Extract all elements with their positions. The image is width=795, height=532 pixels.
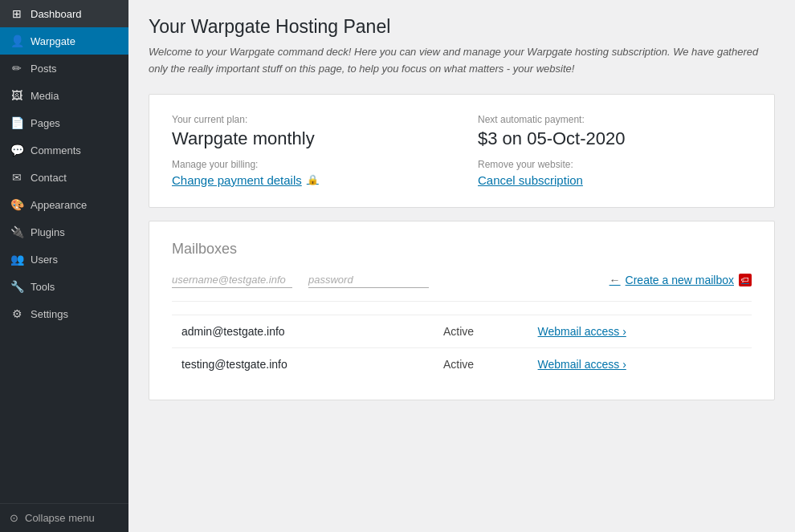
sidebar-item-label: Contact: [31, 172, 67, 184]
sidebar-item-media[interactable]: 🖼 Media: [0, 82, 128, 109]
next-payment-value: $3 on 05-Oct-2020: [478, 128, 752, 149]
sidebar: ⊞ Dashboard 👤 Warpgate ✏ Posts 🖼 Media 📄…: [0, 0, 128, 532]
page-title: Your Warpgate Hosting Panel: [149, 16, 775, 38]
lock-icon: 🔒: [307, 174, 319, 185]
sidebar-item-label: Comments: [31, 144, 81, 156]
sidebar-item-tools[interactable]: 🔧 Tools: [0, 273, 128, 300]
dashboard-icon: ⊞: [10, 6, 24, 21]
pages-icon: 📄: [10, 116, 24, 130]
mailbox-form-row: ← Create a new mailbox 🏷: [172, 272, 752, 302]
webmail-access-link[interactable]: Webmail access ›: [538, 358, 626, 371]
active-arrow: [114, 36, 119, 46]
sidebar-item-appearance[interactable]: 🎨 Appearance: [0, 191, 128, 218]
contact-icon: ✉: [10, 170, 24, 185]
sidebar-item-label: Users: [31, 254, 58, 266]
mailbox-status: Active: [437, 315, 532, 347]
change-payment-link[interactable]: Change payment details 🔒: [172, 173, 319, 187]
table-row: admin@testgate.info Active Webmail acces…: [172, 315, 752, 347]
sidebar-item-plugins[interactable]: 🔌 Plugins: [0, 218, 128, 246]
main-content: Your Warpgate Hosting Panel Welcome to y…: [128, 0, 795, 532]
sidebar-item-label: Dashboard: [31, 8, 82, 20]
current-plan-section: Your current plan: Warpgate monthly Mana…: [172, 114, 446, 188]
sidebar-item-users[interactable]: 👥 Users: [0, 246, 128, 273]
remove-website-label: Remove your website:: [478, 159, 752, 170]
collapse-label: Collapse menu: [25, 512, 95, 524]
current-plan-value: Warpgate monthly: [172, 128, 446, 149]
sidebar-item-label: Settings: [31, 308, 68, 320]
sidebar-item-label: Media: [31, 90, 59, 102]
tools-icon: 🔧: [10, 279, 24, 294]
sidebar-item-label: Warpgate: [31, 35, 75, 47]
page-subtitle: Welcome to your Warpgate command deck! H…: [149, 44, 775, 78]
collapse-icon: ⊙: [10, 512, 18, 524]
sidebar-item-label: Pages: [31, 117, 60, 129]
mailbox-status: Active: [437, 347, 532, 380]
create-mailbox-link[interactable]: ← Create a new mailbox 🏷: [610, 274, 752, 286]
sidebar-item-settings[interactable]: ⚙ Settings: [0, 300, 128, 327]
billing-card: Your current plan: Warpgate monthly Mana…: [149, 94, 775, 208]
sidebar-item-label: Posts: [31, 63, 57, 75]
sidebar-item-label: Tools: [31, 281, 55, 293]
sidebar-item-dashboard[interactable]: ⊞ Dashboard: [0, 0, 128, 27]
mailbox-table: admin@testgate.info Active Webmail acces…: [172, 315, 752, 380]
password-input[interactable]: [308, 272, 429, 288]
webmail-access-link[interactable]: Webmail access ›: [538, 325, 626, 338]
sidebar-bottom: ⊙ Collapse menu: [0, 503, 128, 532]
comments-icon: 💬: [10, 143, 24, 157]
users-icon: 👥: [10, 252, 24, 266]
arrow-icon: ←: [610, 274, 621, 286]
sidebar-item-posts[interactable]: ✏ Posts: [0, 55, 128, 82]
appearance-icon: 🎨: [10, 197, 24, 212]
sidebar-item-warpgate[interactable]: 👤 Warpgate: [0, 27, 128, 55]
current-plan-label: Your current plan:: [172, 114, 446, 125]
sidebar-item-label: Appearance: [31, 199, 87, 211]
sidebar-item-pages[interactable]: 📄 Pages: [0, 109, 128, 136]
next-payment-section: Next automatic payment: $3 on 05-Oct-202…: [478, 114, 752, 188]
sidebar-item-comments[interactable]: 💬 Comments: [0, 136, 128, 164]
tag-icon: 🏷: [739, 274, 752, 286]
next-payment-label: Next automatic payment:: [478, 114, 752, 125]
cancel-subscription-link[interactable]: Cancel subscription: [478, 173, 583, 187]
plugins-icon: 🔌: [10, 225, 24, 239]
sidebar-item-contact[interactable]: ✉ Contact: [0, 164, 128, 191]
collapse-menu-button[interactable]: ⊙ Collapse menu: [10, 512, 119, 524]
posts-icon: ✏: [10, 61, 24, 75]
sidebar-item-label: Plugins: [31, 226, 65, 238]
username-input[interactable]: [172, 272, 292, 288]
manage-billing-label: Manage your billing:: [172, 159, 446, 170]
mailboxes-title: Mailboxes: [172, 241, 752, 258]
media-icon: 🖼: [10, 88, 24, 103]
mailbox-email: admin@testgate.info: [172, 315, 437, 347]
settings-icon: ⚙: [10, 307, 24, 321]
table-row: testing@testgate.info Active Webmail acc…: [172, 347, 752, 380]
mailbox-email: testing@testgate.info: [172, 347, 437, 380]
warpgate-icon: 👤: [10, 34, 24, 48]
mailboxes-card: Mailboxes ← Create a new mailbox 🏷 admin…: [149, 221, 775, 400]
